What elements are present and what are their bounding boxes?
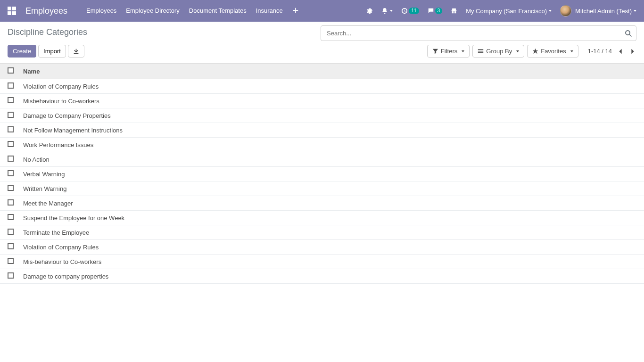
table-row[interactable]: Mis-behaviour to Co-workers	[0, 255, 644, 269]
chevron-down-icon	[549, 10, 552, 12]
table-row[interactable]: Damage to Company Properties	[0, 108, 644, 123]
groupby-label: Group By	[486, 48, 512, 55]
row-name-cell[interactable]: Written Warning	[18, 181, 644, 196]
pager-prev[interactable]	[617, 48, 624, 55]
row-name-cell[interactable]: Mis-behaviour to Co-workers	[18, 255, 644, 269]
row-checkbox[interactable]	[8, 258, 14, 264]
row-name-cell[interactable]: Damage to company properties	[18, 269, 644, 284]
discipline-table: Name Violation of Company RulesMisbehavi…	[0, 64, 644, 284]
chevron-left-icon	[618, 48, 623, 55]
table-row[interactable]: Work Performance Issues	[0, 138, 644, 152]
filter-icon	[432, 48, 438, 54]
table-header-row: Name	[0, 64, 644, 79]
row-checkbox[interactable]	[8, 272, 14, 279]
row-name-cell[interactable]: Damage to Company Properties	[18, 108, 644, 123]
nav-menu: Employees Employee Directory Document Te…	[86, 7, 366, 15]
row-checkbox[interactable]	[8, 214, 14, 220]
list-icon	[478, 48, 484, 54]
nav-item-document-templates[interactable]: Document Templates	[189, 7, 247, 15]
row-name-cell[interactable]: Not Follow Management Instructions	[18, 123, 644, 138]
row-name-cell[interactable]: Terminate the Employee	[18, 225, 644, 240]
table-row[interactable]: Violation of Company Rules	[0, 240, 644, 255]
activities[interactable]: 11	[401, 8, 419, 14]
row-checkbox[interactable]	[8, 243, 14, 249]
user-menu[interactable]: Mitchell Admin (Test)	[560, 5, 636, 16]
export-button[interactable]	[68, 45, 84, 58]
filters-dropdown[interactable]: Filters	[427, 45, 470, 58]
row-name-cell[interactable]: Verbal Warning	[18, 167, 644, 181]
chevron-down-icon	[634, 10, 636, 12]
column-header-name[interactable]: Name	[18, 64, 644, 79]
row-checkbox[interactable]	[8, 97, 14, 103]
table-row[interactable]: No Action	[0, 152, 644, 167]
chat-badge: 3	[435, 8, 443, 14]
nav-item-insurance[interactable]: Insurance	[256, 7, 283, 15]
user-label: Mitchell Admin (Test)	[575, 8, 632, 15]
plus-icon	[292, 7, 299, 14]
clock-icon	[401, 8, 408, 14]
download-icon	[73, 48, 79, 54]
table-row[interactable]: Verbal Warning	[0, 167, 644, 181]
search-box[interactable]	[321, 25, 636, 41]
table-row[interactable]: Meet the Manager	[0, 196, 644, 211]
select-all-checkbox[interactable]	[8, 67, 14, 74]
notifications-dropdown[interactable]	[381, 8, 393, 14]
nav-item-employees[interactable]: Employees	[86, 7, 116, 15]
table-row[interactable]: Damage to company properties	[0, 269, 644, 284]
table-row[interactable]: Violation of Company Rules	[0, 79, 644, 94]
row-checkbox[interactable]	[8, 141, 14, 147]
chevron-right-icon	[630, 48, 635, 55]
row-checkbox[interactable]	[8, 170, 14, 176]
apps-icon[interactable]	[8, 7, 16, 15]
star-icon	[532, 48, 538, 54]
messaging[interactable]: 3	[428, 8, 443, 14]
control-panel: Discipline Categories Create Import Filt…	[0, 22, 644, 64]
table-row[interactable]: Written Warning	[0, 181, 644, 196]
row-name-cell[interactable]: No Action	[18, 152, 644, 167]
bell-icon	[381, 8, 388, 14]
filters-label: Filters	[441, 48, 457, 55]
activities-badge: 11	[409, 8, 419, 14]
favorites-dropdown[interactable]: Favorites	[527, 45, 578, 58]
row-name-cell[interactable]: Violation of Company Rules	[18, 240, 644, 255]
row-checkbox[interactable]	[8, 199, 14, 206]
chevron-down-icon	[390, 10, 393, 12]
favorites-label: Favorites	[541, 48, 566, 55]
table-row[interactable]: Misbehaviour to Co-workers	[0, 94, 644, 108]
breadcrumb: Discipline Categories	[8, 25, 321, 37]
row-checkbox[interactable]	[8, 185, 14, 191]
debug-icon[interactable]	[366, 8, 373, 14]
company-label: My Company (San Francisco)	[466, 8, 547, 15]
navbar: Employees Employees Employee Directory D…	[0, 0, 644, 22]
chevron-down-icon	[570, 50, 573, 52]
company-selector[interactable]: My Company (San Francisco)	[466, 8, 552, 15]
table-row[interactable]: Suspend the Employee for one Week	[0, 211, 644, 225]
row-checkbox[interactable]	[8, 156, 14, 162]
bug-icon	[366, 8, 373, 14]
search-input[interactable]	[325, 28, 625, 39]
row-name-cell[interactable]: Suspend the Employee for one Week	[18, 211, 644, 225]
import-button[interactable]: Import	[38, 45, 66, 58]
nav-item-add[interactable]	[292, 7, 299, 15]
chevron-down-icon	[462, 50, 464, 52]
groupby-dropdown[interactable]: Group By	[472, 45, 524, 58]
row-name-cell[interactable]: Violation of Company Rules	[18, 79, 644, 94]
row-checkbox[interactable]	[8, 229, 14, 235]
table-row[interactable]: Not Follow Management Instructions	[0, 123, 644, 138]
create-button[interactable]: Create	[8, 45, 36, 58]
nav-item-employee-directory[interactable]: Employee Directory	[126, 7, 179, 15]
pager-next[interactable]	[629, 48, 636, 55]
table-row[interactable]: Terminate the Employee	[0, 225, 644, 240]
row-name-cell[interactable]: Misbehaviour to Co-workers	[18, 94, 644, 108]
row-checkbox[interactable]	[8, 112, 14, 118]
chat-icon	[428, 8, 434, 14]
row-name-cell[interactable]: Meet the Manager	[18, 196, 644, 211]
gift-icon[interactable]	[451, 8, 457, 14]
search-icon[interactable]	[625, 30, 632, 37]
list-view: Name Violation of Company RulesMisbehavi…	[0, 64, 644, 284]
row-name-cell[interactable]: Work Performance Issues	[18, 138, 644, 152]
row-checkbox[interactable]	[8, 126, 14, 132]
pager-text[interactable]: 1-14 / 14	[588, 48, 612, 55]
chevron-down-icon	[516, 50, 519, 52]
row-checkbox[interactable]	[8, 82, 14, 89]
